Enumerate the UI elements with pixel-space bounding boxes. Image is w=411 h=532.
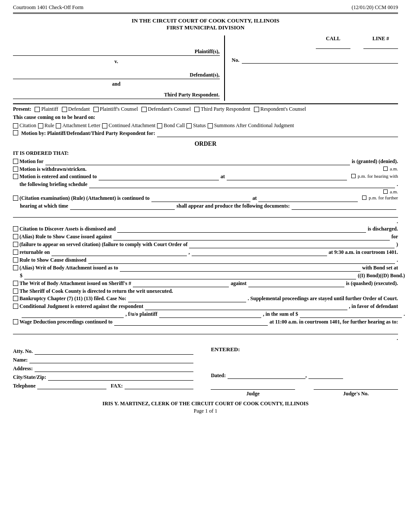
hearing-time-row: hearing at which time shall appear and p… xyxy=(13,203,398,210)
alias-writ-row: (Alias) Writ of Body Attachment issued a… xyxy=(13,265,398,272)
present-respondents-counsel-checkbox[interactable] xyxy=(254,107,259,112)
attachment-letter-checkbox[interactable] xyxy=(56,123,61,128)
present-third-party-checkbox[interactable] xyxy=(194,107,199,112)
court-header: IN THE CIRCUIT COURT OF COOK COUNTY, ILL… xyxy=(13,17,398,31)
status-checkbox[interactable] xyxy=(186,123,192,128)
am-checkbox-1[interactable] xyxy=(383,167,388,171)
ordered-label: IT IS ORDERED THAT: xyxy=(13,150,398,157)
present-defendant-checkbox[interactable] xyxy=(62,107,67,112)
citation-checkbox[interactable] xyxy=(13,123,18,128)
wage-deduction-row: Wage Deduction proceedings continued to … xyxy=(13,319,398,326)
call-label: CALL xyxy=(316,35,350,42)
summons-checkbox[interactable] xyxy=(208,123,213,128)
sheriff-return-row: The Sheriff of Cook County is directed t… xyxy=(13,288,398,295)
case-number-row: No. xyxy=(232,57,398,64)
page-number: Page 1 of 1 xyxy=(13,408,398,414)
failure-row: (failure to appear on served citation) (… xyxy=(13,241,398,248)
motion-withdrawn-checkbox[interactable] xyxy=(13,167,18,172)
continued-attachment-checkbox[interactable] xyxy=(102,123,107,128)
pm-further-checkbox[interactable] xyxy=(362,195,366,200)
conditional-judgment-row: Conditional Judgment is entered against … xyxy=(13,303,398,310)
order-title: ORDER xyxy=(13,141,398,147)
motion-checkbox[interactable] xyxy=(13,130,18,135)
writ-issued-checkbox[interactable] xyxy=(13,281,18,286)
returnable-row: returnable on , at 9:30 a.m. in courtroo… xyxy=(13,249,398,256)
bankruptcy-row: Bankruptcy Chapter (7) (11) (13) filed. … xyxy=(13,295,398,302)
defendant-label: Defendant(s), xyxy=(13,72,220,79)
am-checkbox-2[interactable] xyxy=(383,189,388,194)
hearing-type-row: Citation Rule Attachment Letter Continue… xyxy=(13,122,398,129)
telephone-row: Telephone FAX: xyxy=(13,382,193,389)
rule-dismissed-row: Rule to Show Cause dismissed . xyxy=(13,257,398,264)
citation-continued-row: (Citation examination) (Rule) (Attachmen… xyxy=(13,195,398,202)
address-row: Address: xyxy=(13,365,193,372)
motion-entered-checkbox[interactable] xyxy=(13,174,18,179)
bond-call-checkbox[interactable] xyxy=(157,123,162,128)
wage-deduction-checkbox[interactable] xyxy=(13,319,18,324)
bond-row: $ ((I) Bond)((D) Bond.) xyxy=(20,272,405,279)
atty-no-row: Atty. No. xyxy=(13,348,193,355)
motion-for-row: Motion for is (granted) (denied). xyxy=(13,158,398,165)
bankruptcy-checkbox[interactable] xyxy=(13,296,18,301)
am-label-2: a.m. xyxy=(390,189,398,194)
plaintiff-label: Plaintiff(s), xyxy=(13,48,220,56)
motion-for-checkbox[interactable] xyxy=(13,159,18,164)
present-row: Present: Plaintiff Defendant Plaintiff's… xyxy=(13,106,398,112)
alias-rule-row: (Alias) Rule to Show Cause issued agains… xyxy=(13,234,398,240)
rule-checkbox[interactable] xyxy=(38,123,43,128)
cause-label: This cause coming on to be heard on: xyxy=(13,114,398,121)
motion-row: Motion by: Plaintiff/Defendant/Third Par… xyxy=(13,130,398,137)
conditional-judgment-checkbox[interactable] xyxy=(13,304,18,309)
briefing-schedule-row: the following briefing schedule . xyxy=(13,181,398,188)
bottom-right: ENTERED: Dated: , Judge Judge's No. xyxy=(202,346,398,397)
third-party-label: Third Party Respondent. xyxy=(13,92,220,99)
motion-withdrawn-row: Motion is withdrawn/stricken. a.m. xyxy=(13,166,398,173)
citation-continued-checkbox[interactable] xyxy=(13,195,18,201)
bottom-left: Atty. No. Name: Address: City/State/Zip:… xyxy=(13,346,193,397)
footer-text: IRIS Y. MARTINEZ, CLERK OF THE CIRCUIT C… xyxy=(13,401,398,407)
alias-writ-checkbox[interactable] xyxy=(13,265,18,270)
judges-no-label: Judge's No. xyxy=(314,389,398,397)
line-label: LINE # xyxy=(363,35,398,42)
citation-dismissed-checkbox[interactable] xyxy=(13,226,18,231)
failure-checkbox[interactable] xyxy=(13,242,18,247)
form-date-code: (12/01/20) CCM 0019 xyxy=(352,4,398,11)
fuo-row: , f/u/o plaintiff , in the sum of $ . xyxy=(20,311,405,318)
vs-label: v. xyxy=(13,58,220,65)
pm-checkbox-1[interactable] xyxy=(351,174,356,178)
present-plaintiffs-counsel-checkbox[interactable] xyxy=(93,107,99,112)
writ-issued-row: The Writ of Body Attachment issued on Sh… xyxy=(13,280,398,287)
present-plaintiff-checkbox[interactable] xyxy=(35,107,40,112)
rule-dismissed-checkbox[interactable] xyxy=(13,257,18,263)
form-title: Courtroom 1401 Check-Off Form xyxy=(13,4,83,11)
dated-row: Dated: , xyxy=(211,372,398,379)
present-defendants-counsel-checkbox[interactable] xyxy=(141,107,147,112)
entered-label: ENTERED: xyxy=(211,346,398,353)
alias-rule-checkbox[interactable] xyxy=(13,234,18,239)
sheriff-return-checkbox[interactable] xyxy=(13,288,18,294)
and-label: and xyxy=(13,81,220,87)
judge-label: Judge xyxy=(211,389,295,397)
citation-dismissed-row: Citation to Discover Assets is dismissed… xyxy=(13,226,398,233)
city-row: City/State/Zip: xyxy=(13,374,193,381)
name-row: Name: xyxy=(13,356,193,363)
returnable-checkbox[interactable] xyxy=(13,250,18,255)
motion-entered-row: Motion is entered and continued to at p.… xyxy=(13,173,398,180)
